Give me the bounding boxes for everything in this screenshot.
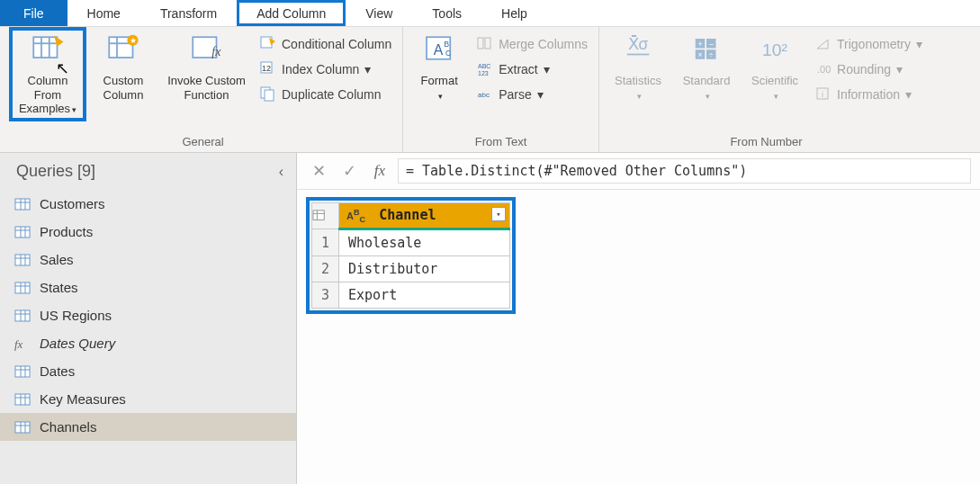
invoke-custom-function-button[interactable]: fx Invoke Custom Function: [164, 31, 249, 103]
tab-help[interactable]: Help: [481, 0, 547, 26]
filter-button[interactable]: ▾: [491, 207, 506, 221]
fx-icon: fx: [14, 337, 31, 350]
format-button[interactable]: ABC Format▾: [412, 31, 466, 103]
formula-input[interactable]: = Table.Distinct(#"Removed Other Columns…: [398, 158, 971, 184]
formula-commit-button[interactable]: ✓: [337, 160, 362, 182]
tab-view[interactable]: View: [346, 0, 412, 26]
table-icon: [14, 365, 31, 378]
cell[interactable]: Export: [339, 282, 510, 309]
index-icon: 12: [260, 61, 276, 77]
svg-text:ABC: ABC: [478, 63, 490, 69]
svg-rect-62: [15, 366, 30, 377]
svg-rect-54: [15, 282, 30, 293]
svg-rect-58: [15, 310, 30, 321]
svg-text:×: ×: [697, 50, 702, 59]
cell[interactable]: Wholesale: [339, 229, 510, 256]
duplicate-icon: [260, 86, 276, 103]
sidebar-item-customers[interactable]: Customers: [0, 190, 296, 218]
invoke-fn-icon: fx: [188, 32, 226, 70]
svg-text:.00: .00: [817, 64, 831, 75]
column-from-examples-label: Column From Examples▾: [14, 74, 81, 116]
svg-rect-74: [313, 211, 324, 220]
trig-icon: [815, 36, 832, 52]
index-column-button[interactable]: 12 Index Column▾: [258, 59, 393, 79]
tab-add-column[interactable]: Add Column: [237, 0, 346, 26]
query-list: CustomersProductsSalesStatesUS Regionsfx…: [0, 190, 296, 441]
svg-text:123: 123: [478, 70, 489, 76]
formula-cancel-button[interactable]: ✕: [306, 160, 331, 182]
queries-title: Queries [9]: [16, 162, 95, 181]
conditional-icon: [260, 36, 276, 52]
svg-text:10²: 10²: [762, 40, 787, 59]
tab-home[interactable]: Home: [67, 0, 140, 26]
svg-text:abc: abc: [478, 91, 490, 99]
standard-icon: +−×÷: [688, 32, 725, 70]
information-button[interactable]: i Information▾: [814, 85, 924, 104]
group-label-from-text: From Text: [412, 135, 589, 150]
sidebar-item-products[interactable]: Products: [0, 218, 296, 246]
scientific-button[interactable]: 10² Scientific▾: [745, 31, 805, 103]
query-label: Customers: [40, 196, 105, 211]
query-label: Products: [40, 224, 93, 239]
parse-button[interactable]: abc Parse▾: [475, 85, 589, 104]
svg-text:★: ★: [130, 36, 137, 45]
extract-button[interactable]: ABC123 Extract▾: [475, 59, 589, 79]
duplicate-column-button[interactable]: Duplicate Column: [258, 85, 393, 104]
sidebar-item-channels[interactable]: Channels: [0, 413, 296, 441]
svg-rect-23: [485, 38, 490, 49]
query-label: Key Measures: [40, 391, 126, 407]
column-header-channel[interactable]: ABC Channel ▾: [339, 203, 510, 229]
table-corner-button[interactable]: [312, 203, 339, 229]
tab-file[interactable]: File: [0, 0, 67, 26]
rounding-button[interactable]: .00 Rounding▾: [814, 59, 924, 79]
merge-icon: [477, 36, 493, 52]
rounding-icon: .00: [815, 61, 832, 77]
statistics-label: Statistics▾: [615, 74, 661, 102]
merge-columns-button[interactable]: Merge Columns: [475, 34, 589, 54]
table-row[interactable]: 1Wholesale: [312, 229, 510, 256]
statistics-icon: X̄σ: [619, 32, 657, 70]
svg-text:÷: ÷: [709, 50, 714, 59]
chevron-down-icon: ▾: [896, 62, 903, 76]
collapse-sidebar-button[interactable]: ‹: [279, 164, 283, 180]
ribbon: Column From Examples▾ ↖ ★ Custom Column …: [0, 27, 980, 153]
svg-text:A: A: [434, 42, 444, 58]
sidebar-item-sales[interactable]: Sales: [0, 246, 296, 273]
tab-transform[interactable]: Transform: [140, 0, 237, 26]
format-label: Format▾: [421, 74, 458, 102]
svg-text:−: −: [709, 40, 714, 49]
table-icon: [14, 421, 31, 434]
formula-bar: ✕ ✓ fx = Table.Distinct(#"Removed Other …: [297, 153, 980, 190]
statistics-button[interactable]: X̄σ Statistics▾: [608, 31, 668, 103]
chevron-down-icon: ▾: [544, 62, 550, 76]
scientific-label: Scientific▾: [751, 74, 798, 102]
data-grid: ABC Channel ▾ 1Wholesale2Distributor3Exp…: [311, 202, 510, 309]
conditional-column-button[interactable]: Conditional Column: [258, 34, 393, 54]
sidebar-item-us-regions[interactable]: US Regions: [0, 301, 296, 329]
table-icon: [14, 309, 31, 322]
group-label-from-number: From Number: [608, 135, 924, 150]
query-label: Channels: [40, 419, 96, 435]
sidebar-item-key-measures[interactable]: Key Measures: [0, 385, 296, 413]
custom-column-icon: ★: [104, 32, 142, 70]
row-number: 3: [312, 282, 339, 309]
sidebar-item-states[interactable]: States: [0, 273, 296, 301]
query-label: States: [40, 280, 78, 295]
svg-rect-46: [15, 227, 30, 238]
content-area: ✕ ✓ fx = Table.Distinct(#"Removed Other …: [297, 153, 980, 484]
standard-button[interactable]: +−×÷ Standard▾: [677, 31, 736, 103]
tab-tools[interactable]: Tools: [412, 0, 481, 26]
custom-column-button[interactable]: ★ Custom Column: [92, 31, 155, 103]
cell[interactable]: Distributor: [339, 256, 510, 282]
table-row[interactable]: 3Export: [312, 282, 510, 309]
sidebar-item-dates-query[interactable]: fxDates Query: [0, 329, 296, 357]
svg-rect-42: [15, 199, 30, 210]
trigonometry-button[interactable]: Trigonometry▾: [814, 34, 924, 54]
svg-text:fx: fx: [211, 45, 221, 58]
fx-icon: fx: [367, 160, 392, 182]
column-from-examples-button[interactable]: Column From Examples▾ ↖: [13, 31, 83, 118]
table-row[interactable]: 2Distributor: [312, 256, 510, 282]
parse-icon: abc: [477, 86, 493, 103]
row-number: 1: [312, 229, 339, 256]
sidebar-item-dates[interactable]: Dates: [0, 357, 296, 385]
